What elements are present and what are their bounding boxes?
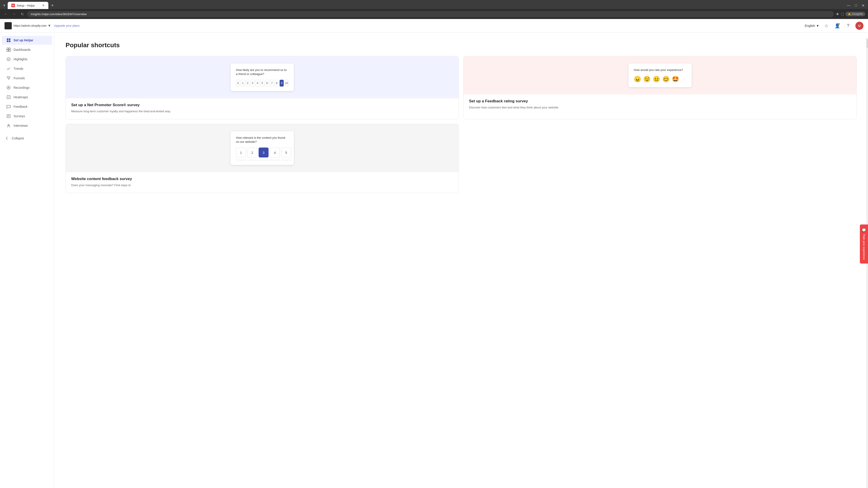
rate-experience-tab[interactable]: 💬 Rate your experience: [860, 224, 868, 263]
rate-experience-icon: 💬: [862, 228, 866, 232]
highlights-icon: [6, 57, 11, 61]
sidebar-recordings-label: Recordings: [13, 86, 30, 90]
sidebar-item-highlights[interactable]: Highlights: [2, 55, 52, 64]
dashboards-icon: [6, 47, 11, 52]
nps-7[interactable]: 7: [270, 80, 274, 87]
maximize-btn[interactable]: □: [852, 2, 859, 8]
sidebar-highlights-label: Highlights: [13, 57, 27, 61]
content-feedback-desc: Does your messaging resonate? Find ways …: [71, 183, 453, 188]
svg-rect-2: [7, 40, 8, 42]
sidebar-item-setup[interactable]: Set up Hotjar: [2, 36, 52, 45]
add-user-btn[interactable]: 👤: [834, 22, 841, 29]
sidebar-funnels-label: Funnels: [13, 76, 25, 80]
new-tab-btn[interactable]: +: [49, 2, 56, 9]
nps-1[interactable]: 1: [241, 80, 245, 87]
active-tab[interactable]: H Setup - Hotjar ✕: [8, 2, 49, 9]
scale-4[interactable]: 4: [270, 148, 280, 158]
nps-card-desc: Measure long-term customer loyalty and h…: [71, 109, 453, 113]
scale-line-3: [258, 160, 269, 160]
feedback-rating-preview: How would you rate your experience? 😠 😟 …: [464, 56, 857, 94]
emoji-love[interactable]: 🤩: [672, 76, 679, 83]
nps-9[interactable]: 9: [280, 80, 283, 87]
nps-numbers: 0 1 2 3 4 5 6 7 8 9 10: [236, 80, 288, 87]
profile-icon[interactable]: □: [841, 12, 844, 17]
nps-card-body: Set up a Net Promoter Score® survey Meas…: [66, 98, 459, 119]
scrollbar-thumb[interactable]: [867, 39, 868, 48]
nps-2[interactable]: 2: [246, 80, 250, 87]
nps-3[interactable]: 3: [250, 80, 254, 87]
sidebar-collapse-btn[interactable]: Collapse: [0, 134, 54, 143]
tab-dropdown[interactable]: ▼: [2, 3, 7, 8]
emoji-happy[interactable]: 😊: [662, 76, 670, 83]
svg-rect-7: [9, 50, 10, 52]
scale-3[interactable]: 3: [258, 148, 269, 158]
tab-close-btn[interactable]: ✕: [42, 4, 45, 7]
tab-bar: ▼ H Setup - Hotjar ✕ + — □ ✕: [0, 0, 868, 9]
nps-card-title: Set up a Net Promoter Score® survey: [71, 103, 453, 107]
sidebar-item-recordings[interactable]: Recordings: [2, 83, 52, 92]
sidebar-dashboards-label: Dashboards: [13, 48, 31, 52]
star-icon-btn[interactable]: ☆: [823, 22, 830, 29]
shopify-logo: [4, 22, 12, 29]
svg-point-12: [8, 96, 9, 98]
emoji-neutral[interactable]: 😐: [653, 76, 660, 83]
incognito-badge: 🕵 Incognito: [845, 12, 865, 16]
browser-chrome: ▼ H Setup - Hotjar ✕ + — □ ✕ ← → ↻ ★ □ 🕵…: [0, 0, 868, 19]
main-content: Popular shortcuts How likely are you to …: [54, 33, 868, 488]
nps-card[interactable]: How likely are you to recommend us to a …: [66, 56, 459, 119]
svg-rect-0: [7, 38, 8, 40]
reload-btn[interactable]: ↻: [19, 11, 25, 17]
language-selector[interactable]: English ▼: [805, 24, 819, 28]
surveys-icon: [6, 114, 11, 119]
sidebar-setup-label: Set up Hotjar: [13, 38, 33, 42]
content-feedback-question: How relevant is the content you found on…: [236, 136, 288, 144]
svg-rect-6: [7, 50, 8, 52]
nps-widget: How likely are you to recommend us to a …: [230, 64, 294, 91]
nps-0[interactable]: 0: [236, 80, 240, 87]
feedback-rating-question: How would you rate your experience?: [634, 68, 686, 72]
upgrade-link[interactable]: Upgrade your plans: [54, 24, 79, 27]
nps-6[interactable]: 6: [265, 80, 269, 87]
sidebar-item-feedback[interactable]: Feedback: [2, 102, 52, 111]
feedback-rating-card-body: Set up a Feedback rating survey Discover…: [464, 94, 857, 115]
scale-2[interactable]: 2: [247, 148, 257, 158]
collapse-icon: [4, 136, 9, 140]
notification-dot: [838, 23, 840, 25]
svg-rect-13: [7, 115, 10, 118]
sidebar-item-dashboards[interactable]: Dashboards: [2, 45, 52, 54]
sidebar-item-interviews[interactable]: Interviews: [2, 121, 52, 130]
sidebar-item-funnels[interactable]: Funnels: [2, 74, 52, 83]
collapse-label: Collapse: [12, 136, 24, 140]
sidebar-item-heatmaps[interactable]: Heatmaps: [2, 93, 52, 102]
shopify-url: https://admin.shopify.com: [13, 24, 46, 27]
back-btn[interactable]: ←: [3, 11, 9, 17]
minimize-btn[interactable]: —: [845, 2, 852, 8]
help-btn[interactable]: ?: [844, 22, 852, 29]
url-input[interactable]: [27, 11, 834, 17]
incognito-icon: 🕵: [848, 12, 851, 15]
scale-5[interactable]: 5: [281, 148, 291, 158]
sidebar-interviews-label: Interviews: [13, 124, 28, 127]
nps-10[interactable]: 10: [285, 80, 288, 87]
nps-8[interactable]: 8: [275, 80, 279, 87]
close-btn[interactable]: ✕: [860, 2, 866, 8]
cards-grid: How likely are you to recommend us to a …: [66, 56, 857, 193]
emoji-sad[interactable]: 😟: [643, 76, 651, 83]
nps-4[interactable]: 4: [255, 80, 259, 87]
feedback-rating-card[interactable]: How would you rate your experience? 😠 😟 …: [463, 56, 857, 119]
nps-5[interactable]: 5: [260, 80, 264, 87]
content-feedback-card-body: Website content feedback survey Does you…: [66, 172, 459, 193]
sidebar-item-trends[interactable]: Trends: [2, 64, 52, 73]
sidebar-item-surveys[interactable]: Surveys: [2, 111, 52, 121]
emoji-angry[interactable]: 😠: [634, 76, 641, 83]
bookmark-icon[interactable]: ★: [836, 11, 839, 17]
scale-1[interactable]: 1: [236, 148, 246, 158]
content-feedback-card[interactable]: How relevant is the content you found on…: [66, 124, 459, 193]
svg-point-14: [8, 124, 9, 126]
user-avatar[interactable]: U: [855, 22, 864, 30]
recordings-icon: [6, 86, 11, 90]
nps-question: How likely are you to recommend us to a …: [236, 68, 288, 76]
dropdown-icon[interactable]: ▼: [48, 24, 51, 28]
forward-btn[interactable]: →: [11, 11, 17, 17]
address-bar: ← → ↻ ★ □ 🕵 Incognito: [0, 9, 868, 19]
